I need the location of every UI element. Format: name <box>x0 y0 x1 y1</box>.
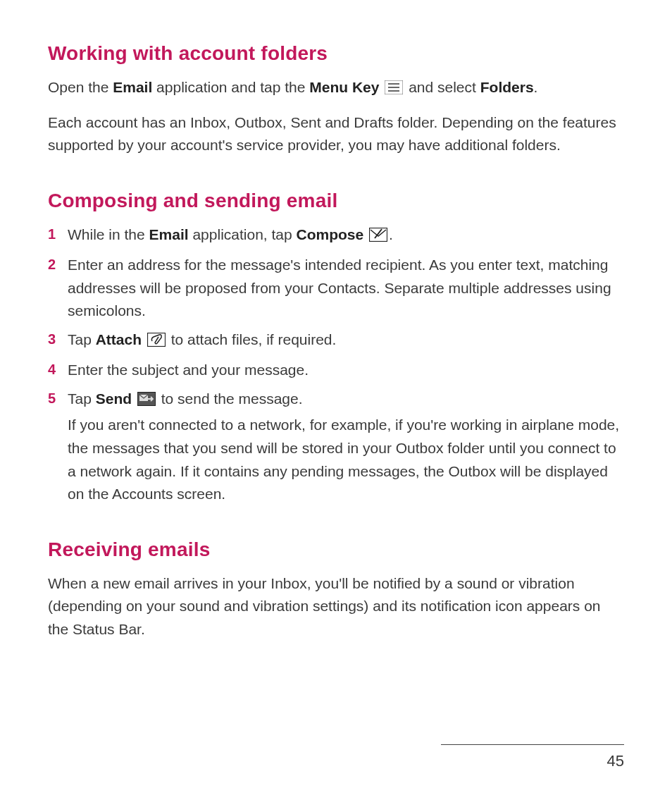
list-body: Enter the subject and your message. <box>68 359 624 382</box>
bold-attach: Attach <box>96 331 142 347</box>
list-number: 4 <box>48 359 68 382</box>
bold-send: Send <box>96 390 132 407</box>
heading-account-folders: Working with account folders <box>48 42 624 65</box>
section-composing: Composing and sending email 1 While in t… <box>48 190 624 506</box>
text: . <box>534 79 538 95</box>
list-body: Tap Attach to attach files, if required. <box>68 328 624 354</box>
text: While in the <box>68 226 149 242</box>
ordered-list: 1 While in the Email application, tap Co… <box>48 223 624 506</box>
heading-composing: Composing and sending email <box>48 190 624 212</box>
bold-folders: Folders <box>480 79 534 95</box>
list-number: 1 <box>48 223 68 249</box>
text: . <box>389 226 393 242</box>
list-item: 2 Enter an address for the message's int… <box>48 254 624 323</box>
footer-divider <box>441 744 624 745</box>
compose-icon <box>369 226 387 249</box>
text: Tap <box>68 331 96 347</box>
list-item: 1 While in the Email application, tap Co… <box>48 223 624 249</box>
list-item: 5 Tap Send to send the message. If you a… <box>48 388 624 506</box>
paragraph: If you aren't connected to a network, fo… <box>68 414 624 505</box>
bold-email: Email <box>149 226 189 242</box>
list-body: Tap Send to send the message. If you are… <box>68 388 624 506</box>
paragraph: Open the Email application and tap the M… <box>48 76 624 101</box>
bold-email: Email <box>113 79 152 95</box>
text: application, tap <box>189 226 297 242</box>
paragraph: Each account has an Inbox, Outbox, Sent … <box>48 111 624 157</box>
text: to attach files, if required. <box>171 331 337 347</box>
list-body: Enter an address for the message's inten… <box>68 254 624 323</box>
bold-menu-key: Menu Key <box>309 79 379 95</box>
section-receiving: Receiving emails When a new email arrive… <box>48 538 624 641</box>
attach-icon <box>147 331 166 354</box>
text: to send the message. <box>161 390 303 407</box>
section-account-folders: Working with account folders Open the Em… <box>48 42 624 157</box>
text: application and tap the <box>152 79 309 95</box>
list-number: 2 <box>48 254 68 323</box>
paragraph: When a new email arrives in your Inbox, … <box>48 572 624 641</box>
menu-key-icon <box>385 78 403 101</box>
heading-receiving: Receiving emails <box>48 538 624 561</box>
list-number: 5 <box>48 388 68 506</box>
text: Open the <box>48 79 113 95</box>
list-item: 3 Tap Attach to attach files, if require… <box>48 328 624 354</box>
list-item: 4 Enter the subject and your message. <box>48 359 624 382</box>
send-icon <box>137 390 156 413</box>
text: Tap <box>68 390 96 407</box>
page-number: 45 <box>607 752 624 770</box>
bold-compose: Compose <box>297 226 364 242</box>
list-number: 3 <box>48 328 68 354</box>
list-body: While in the Email application, tap Comp… <box>68 223 624 249</box>
text: and select <box>409 79 480 95</box>
